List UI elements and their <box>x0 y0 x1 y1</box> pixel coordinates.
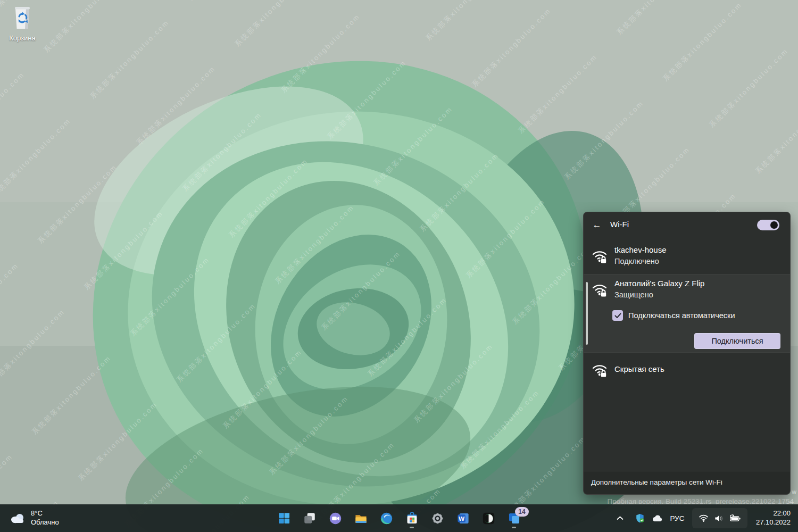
word-button[interactable]: W <box>452 508 473 529</box>
network-name: Скрытая сеть <box>614 364 664 373</box>
running-indicator <box>410 527 414 528</box>
wifi-secured-icon <box>591 281 608 298</box>
store-button[interactable] <box>401 508 422 529</box>
weather-text: 8°C Облачно <box>31 509 59 527</box>
quick-settings-button[interactable] <box>692 508 747 528</box>
network-status: Защищено <box>614 290 653 299</box>
taskbar-app-icons: W 14 <box>273 504 525 532</box>
weather-widget[interactable]: 8°C Облачно <box>5 504 63 532</box>
back-arrow-icon: ← <box>593 220 602 230</box>
running-indicator <box>512 527 516 528</box>
wifi-secured-icon <box>591 361 608 378</box>
taskbar: 8°C Облачно <box>0 504 798 532</box>
weather-condition: Облачно <box>31 518 59 527</box>
network-item-expanded[interactable]: Анатолий's Galaxy Z Flip Защищено Подклю… <box>584 274 790 353</box>
wifi-toggle-knob <box>770 221 778 229</box>
notification-badge: 14 <box>515 507 529 517</box>
wifi-panel-header: ← Wi-Fi <box>584 212 790 238</box>
task-view-button[interactable] <box>299 508 320 529</box>
microsoft-store-icon <box>405 511 419 526</box>
auto-connect-label: Подключаться автоматически <box>628 311 735 320</box>
settings-gear-icon <box>430 511 445 526</box>
language-indicator[interactable]: РУС <box>666 509 689 528</box>
start-button[interactable] <box>273 508 295 529</box>
screenshot-app-button[interactable]: 14 <box>503 508 525 529</box>
chat-button[interactable] <box>325 508 346 529</box>
chat-camera-icon <box>328 511 343 526</box>
security-shield-icon <box>635 513 645 523</box>
weather-temperature: 8°C <box>31 509 59 518</box>
more-wifi-settings-link[interactable]: Дополнительные параметры сети Wi-Fi <box>584 471 790 494</box>
scrollbar-thumb[interactable] <box>586 282 588 345</box>
onedrive-cloud-icon <box>651 514 663 522</box>
system-tray: РУС <box>612 504 798 532</box>
recycle-bin-label: Корзина <box>4 34 40 42</box>
back-button[interactable]: ← <box>589 218 605 232</box>
more-wifi-settings-label: Дополнительные параметры сети Wi-Fi <box>591 478 722 486</box>
word-icon: W <box>456 511 470 526</box>
network-name: tkachev-house <box>614 245 667 254</box>
network-item-hidden[interactable]: Скрытая сеть <box>584 359 790 383</box>
theme-app-button[interactable] <box>478 508 499 529</box>
volume-icon <box>714 514 724 523</box>
edge-button[interactable] <box>376 508 397 529</box>
security-tray-button[interactable] <box>631 509 649 528</box>
wifi-secured-icon <box>591 247 608 264</box>
edge-browser-icon <box>379 511 394 526</box>
desktop: 系统部落xitongbuluo.com系统部落xitongbuluo.com系统… <box>0 0 798 532</box>
auto-connect-checkbox[interactable] <box>612 310 623 321</box>
network-item-connected[interactable]: tkachev-house Подключено <box>584 242 790 273</box>
windows-logo-icon <box>277 511 291 525</box>
onedrive-tray-button[interactable] <box>649 509 666 528</box>
recycle-bin-glyph <box>10 4 35 31</box>
file-explorer-button[interactable] <box>350 508 371 529</box>
connect-button[interactable]: Подключиться <box>694 333 780 349</box>
tray-date: 27.10.2022 <box>756 518 791 527</box>
wifi-panel-title: Wi-Fi <box>610 220 629 229</box>
file-explorer-icon <box>354 511 368 526</box>
checkmark-icon <box>614 313 621 319</box>
chevron-up-icon <box>617 516 624 520</box>
network-status: Подключено <box>614 257 659 265</box>
wifi-tray-icon <box>699 514 709 522</box>
wifi-toggle[interactable] <box>757 220 779 230</box>
recycle-bin-icon[interactable]: Корзина <box>4 4 40 42</box>
svg-text:W: W <box>459 515 465 522</box>
clock[interactable]: 22:00 27.10.2022 <box>751 509 798 527</box>
cloudy-weather-icon <box>10 512 27 525</box>
auto-connect-option[interactable]: Подключаться автоматически <box>612 310 735 321</box>
theme-contrast-icon <box>481 511 496 526</box>
settings-button[interactable] <box>427 508 448 529</box>
tray-time: 22:00 <box>756 509 791 518</box>
build-watermark-fragment: w <box>792 488 796 496</box>
battery-icon <box>729 514 741 522</box>
hidden-icons-button[interactable] <box>612 509 628 528</box>
wifi-flyout-panel: ← Wi-Fi tkachev-house Подключено <box>583 212 791 495</box>
task-view-icon <box>303 511 317 525</box>
network-name: Анатолий's Galaxy Z Flip <box>614 279 704 288</box>
